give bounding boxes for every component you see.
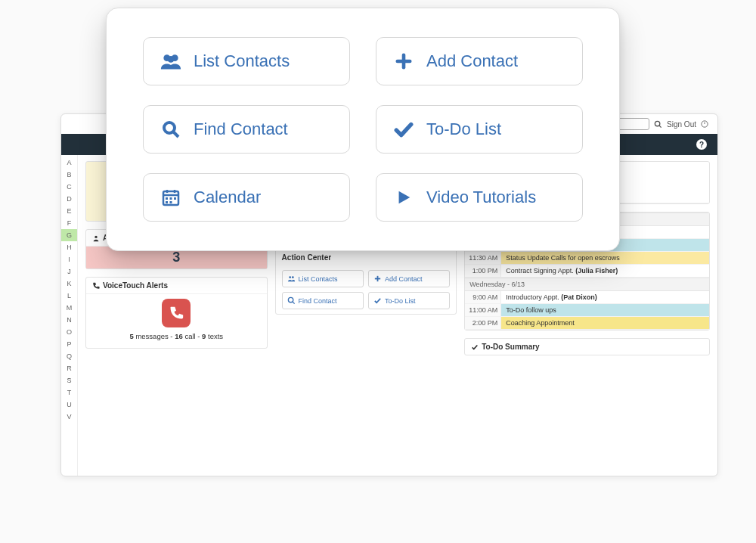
alpha-letter[interactable]: B <box>67 169 71 181</box>
schedule-row[interactable]: 2:00 PMCoaching Appointment <box>465 317 709 330</box>
alpha-index-rail: ABCDEFGHIJKLMNOPQRSTUV <box>61 155 78 476</box>
check-icon <box>471 343 479 351</box>
svg-rect-22 <box>166 197 168 200</box>
svg-rect-26 <box>170 201 172 203</box>
schedule-item: Introductory Appt. (Pat Dixon) <box>501 291 709 303</box>
svg-line-17 <box>173 132 178 137</box>
voicetouch-title: VoiceTouch Alerts <box>103 281 168 290</box>
alpha-letter[interactable]: N <box>67 314 72 326</box>
alpha-letter[interactable]: R <box>67 362 72 374</box>
svg-point-16 <box>164 123 175 133</box>
alpha-letter[interactable]: O <box>67 326 72 338</box>
svg-point-5 <box>289 276 291 278</box>
find-contact-button[interactable]: Find Contact <box>143 105 350 154</box>
todo-list-button[interactable]: To-Do List <box>376 105 583 154</box>
todo-summary-panel[interactable]: To-Do Summary <box>464 338 710 355</box>
list-contacts-label: List Contacts <box>194 51 290 71</box>
mini-todo-list-button[interactable]: To-Do List <box>368 292 450 309</box>
calendar-button[interactable]: Calendar <box>143 173 350 222</box>
help-icon[interactable]: ? <box>696 139 707 150</box>
users-icon <box>160 52 181 70</box>
alpha-letter[interactable]: U <box>67 399 72 411</box>
alpha-letter[interactable]: V <box>67 411 71 423</box>
list-contacts-button[interactable]: List Contacts <box>143 37 350 85</box>
schedule-time: 1:00 PM <box>465 265 501 277</box>
schedule-item: Status Update Calls for open escrows <box>501 252 709 264</box>
svg-rect-23 <box>170 197 172 200</box>
svg-point-9 <box>288 298 293 303</box>
search-icon <box>287 296 296 305</box>
schedule-time: 9:00 AM <box>465 291 501 303</box>
alpha-letter[interactable]: I <box>68 253 70 265</box>
svg-line-1 <box>659 125 662 127</box>
schedule-item: Coaching Appointment <box>501 317 709 329</box>
alpha-letter[interactable]: G <box>61 229 77 241</box>
schedule-row[interactable]: 1:00 PMContract Signing Appt. (Julia Fis… <box>465 265 709 278</box>
check-icon <box>393 121 414 138</box>
alpha-letter[interactable]: H <box>67 241 72 253</box>
svg-line-10 <box>292 302 294 304</box>
phone-icon <box>92 282 100 290</box>
voicetouch-panel[interactable]: VoiceTouch Alerts 5 messages - 16 call -… <box>85 277 268 349</box>
mini-add-contact-button[interactable]: Add Contact <box>368 270 450 287</box>
svg-rect-24 <box>174 197 176 200</box>
mini-find-contact-button[interactable]: Find Contact <box>282 292 364 309</box>
schedule-day-header: Wednesday - 6/13 <box>465 278 709 291</box>
play-icon <box>393 188 414 206</box>
alpha-letter[interactable]: F <box>67 217 72 229</box>
todo-list-label: To-Do List <box>426 119 501 139</box>
alpha-letter[interactable]: E <box>67 205 71 217</box>
phone-badge-icon[interactable] <box>162 299 191 327</box>
plus-icon <box>393 53 414 70</box>
alpha-letter[interactable]: J <box>67 265 71 278</box>
alpha-letter[interactable]: K <box>67 278 71 290</box>
users-icon <box>287 275 296 283</box>
sign-out-link[interactable]: Sign Out <box>667 120 696 129</box>
schedule-time: 11:30 AM <box>465 252 501 264</box>
schedule-time: 11:00 AM <box>465 304 501 316</box>
alpha-letter[interactable]: M <box>67 302 73 314</box>
alpha-letter[interactable]: Q <box>67 350 72 362</box>
schedule-row[interactable]: 11:00 AMTo-Do follow ups <box>465 304 709 317</box>
svg-point-13 <box>168 56 175 63</box>
find-contact-label: Find Contact <box>194 119 288 139</box>
calendar-icon <box>160 188 181 206</box>
add-contact-label: Add Contact <box>426 51 518 71</box>
todo-summary-title: To-Do Summary <box>482 343 540 351</box>
plus-icon <box>373 275 382 283</box>
alpha-letter[interactable]: D <box>67 193 72 205</box>
schedule-item: Contract Signing Appt. (Julia Fisher) <box>501 265 709 277</box>
search-icon <box>160 120 181 138</box>
svg-rect-25 <box>166 201 168 203</box>
alpha-letter[interactable]: A <box>67 157 71 169</box>
alpha-letter[interactable]: T <box>67 386 72 399</box>
video-tutorials-label: Video Tutorials <box>426 188 536 207</box>
mini-list-contacts-button[interactable]: List Contacts <box>282 270 364 287</box>
sign-out-icon[interactable] <box>701 120 708 128</box>
alpha-letter[interactable]: C <box>67 181 72 193</box>
schedule-item: To-Do follow ups <box>501 304 709 316</box>
alpha-letter[interactable]: L <box>67 290 71 302</box>
schedule-row[interactable]: 9:00 AMIntroductory Appt. (Pat Dixon) <box>465 291 709 304</box>
svg-point-4 <box>94 235 97 237</box>
svg-point-6 <box>292 276 294 278</box>
svg-marker-27 <box>399 191 411 204</box>
calendar-label: Calendar <box>194 188 261 207</box>
action-center-panel: Action Center List Contacts Add Contact <box>275 249 457 315</box>
add-contact-button[interactable]: Add Contact <box>376 37 583 85</box>
search-icon[interactable] <box>654 120 662 129</box>
alpha-letter[interactable]: S <box>67 374 71 386</box>
quick-actions-overlay: List Contacts Add Contact Find Contact T… <box>106 8 620 251</box>
person-icon <box>92 234 100 242</box>
voicetouch-summary: 5 messages - 16 call - 9 texts <box>86 332 267 340</box>
schedule-row[interactable]: 11:30 AMStatus Update Calls for open esc… <box>465 252 709 265</box>
video-tutorials-button[interactable]: Video Tutorials <box>376 173 583 222</box>
schedule-time: 2:00 PM <box>465 317 501 329</box>
svg-point-0 <box>655 121 659 126</box>
alpha-letter[interactable]: P <box>67 338 71 350</box>
action-center-title: Action Center <box>282 253 332 262</box>
check-icon <box>373 296 382 305</box>
